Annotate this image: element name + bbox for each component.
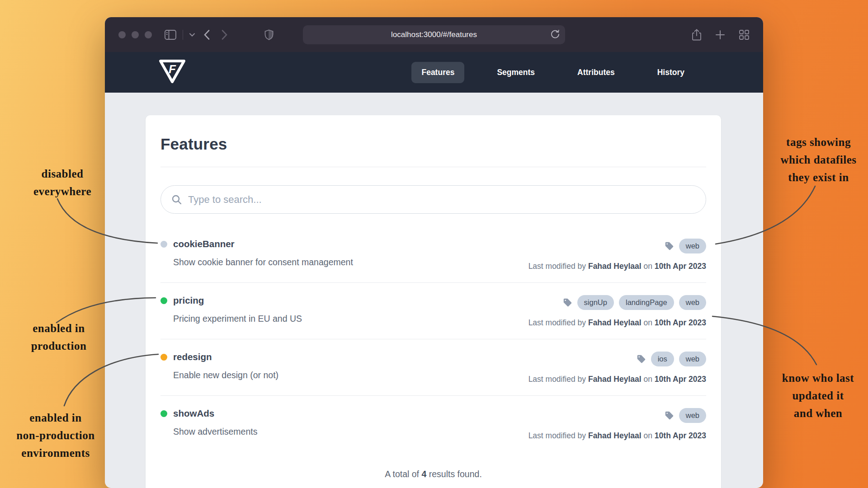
modified-on-word: on — [644, 262, 652, 271]
feature-description: Show cookie banner for consent managemen… — [160, 257, 353, 267]
nav-tab-history[interactable]: History — [647, 62, 694, 83]
tag-pill[interactable]: ios — [651, 352, 674, 366]
tag-icon — [665, 411, 674, 420]
nav-tab-features[interactable]: Features — [411, 62, 464, 83]
tag-icon — [637, 354, 646, 364]
traffic-lights — [118, 31, 152, 38]
modified-on-word: on — [644, 318, 652, 327]
modified-prefix: Last modified by — [528, 262, 586, 271]
url-text: localhost:3000/#/features — [391, 30, 477, 39]
url-bar[interactable]: localhost:3000/#/features — [303, 25, 565, 44]
sidebar-toggle-icon[interactable] — [165, 30, 176, 40]
nav-tab-attributes[interactable]: Attributes — [567, 62, 625, 83]
annotation-tags-datafiles: tags showing which datafiles they exist … — [772, 134, 865, 186]
annotation-disabled-everywhere: disabled everywhere — [22, 165, 103, 201]
modified-prefix: Last modified by — [528, 318, 586, 327]
search-box — [160, 185, 706, 214]
new-tab-icon[interactable] — [715, 30, 725, 40]
feature-name-link[interactable]: redesign — [173, 352, 212, 362]
modified-date: 10th Apr 2023 — [655, 431, 706, 440]
last-modified: Last modified by Fahad Heylaal on 10th A… — [528, 375, 706, 384]
nav-links: Features Segments Attributes History — [411, 62, 694, 83]
tag-pill[interactable]: web — [679, 408, 706, 423]
share-icon[interactable] — [692, 29, 702, 41]
zoom-window-button[interactable] — [145, 31, 152, 38]
last-modified: Last modified by Fahad Heylaal on 10th A… — [528, 262, 706, 271]
annotation-know-who-updated: know who last updated it and when — [774, 370, 862, 422]
tag-pill[interactable]: web — [679, 239, 706, 253]
divider — [183, 30, 183, 40]
feature-description: Pricing experiment in EU and US — [160, 314, 302, 324]
browser-window: localhost:3000/#/features — [105, 17, 763, 488]
feature-name-link[interactable]: cookieBanner — [173, 239, 235, 249]
modified-by: Fahad Heylaal — [588, 262, 642, 271]
page-title: Features — [160, 115, 706, 153]
search-input[interactable] — [160, 185, 706, 214]
tag-icon — [665, 241, 674, 251]
tag-pill[interactable]: landingPage — [619, 295, 674, 310]
results-count: A total of 4 results found. — [160, 469, 706, 479]
modified-on-word: on — [644, 431, 652, 440]
svg-text:F: F — [169, 62, 176, 76]
modified-by: Fahad Heylaal — [588, 431, 642, 440]
search-icon — [171, 194, 182, 207]
status-dot-enabled — [160, 297, 167, 304]
last-modified: Last modified by Fahad Heylaal on 10th A… — [528, 431, 706, 441]
annotation-enabled-in-production: enabled in production — [16, 320, 102, 355]
back-button[interactable] — [204, 30, 210, 40]
app-logo[interactable]: F — [159, 60, 185, 85]
status-dot-partially-enabled — [160, 354, 167, 361]
nav-tab-segments[interactable]: Segments — [487, 62, 545, 83]
reload-icon[interactable] — [551, 29, 560, 42]
tag-pill[interactable]: web — [679, 295, 706, 310]
feature-name-link[interactable]: pricing — [173, 295, 204, 306]
page-content: Features cookieBanner — [105, 93, 763, 488]
tag-pill[interactable]: signUp — [577, 295, 614, 310]
annotation-enabled-in-non-production: enabled in non-production environments — [8, 409, 103, 462]
app-navbar: F Features Segments Attributes History — [105, 52, 763, 93]
chevron-down-icon[interactable] — [189, 33, 195, 37]
features-card: Features cookieBanner — [146, 115, 721, 488]
results-number: 4 — [421, 469, 426, 479]
modified-by: Fahad Heylaal — [588, 318, 642, 327]
modified-prefix: Last modified by — [528, 431, 586, 440]
modified-by: Fahad Heylaal — [588, 375, 642, 384]
divider — [160, 167, 706, 167]
modified-date: 10th Apr 2023 — [655, 262, 706, 271]
last-modified: Last modified by Fahad Heylaal on 10th A… — [528, 318, 706, 328]
forward-button[interactable] — [222, 30, 227, 40]
feature-description: Show advertisements — [160, 427, 257, 437]
tab-overview-icon[interactable] — [739, 29, 750, 40]
modified-date: 10th Apr 2023 — [655, 318, 706, 327]
status-dot-disabled — [160, 241, 167, 248]
modified-prefix: Last modified by — [528, 375, 586, 384]
feature-name-link[interactable]: showAds — [173, 408, 214, 419]
status-dot-enabled — [160, 410, 167, 417]
results-suffix: results found. — [429, 469, 482, 479]
browser-titlebar: localhost:3000/#/features — [105, 17, 763, 52]
modified-on-word: on — [644, 375, 652, 384]
close-window-button[interactable] — [118, 31, 126, 38]
tag-pill[interactable]: web — [679, 352, 706, 366]
feature-row[interactable]: redesign Enable new design (or not) ios … — [160, 339, 706, 395]
results-prefix: A total of — [385, 469, 419, 479]
minimize-window-button[interactable] — [132, 31, 139, 38]
feature-row[interactable]: showAds Show advertisements web Last mo — [160, 395, 706, 452]
feature-description: Enable new design (or not) — [160, 370, 278, 380]
feature-row[interactable]: cookieBanner Show cookie banner for cons… — [160, 226, 706, 282]
tag-icon — [563, 298, 572, 307]
feature-list: cookieBanner Show cookie banner for cons… — [160, 226, 706, 452]
feature-row[interactable]: pricing Pricing experiment in EU and US … — [160, 282, 706, 339]
privacy-shield-icon[interactable] — [264, 29, 274, 40]
modified-date: 10th Apr 2023 — [655, 375, 706, 384]
